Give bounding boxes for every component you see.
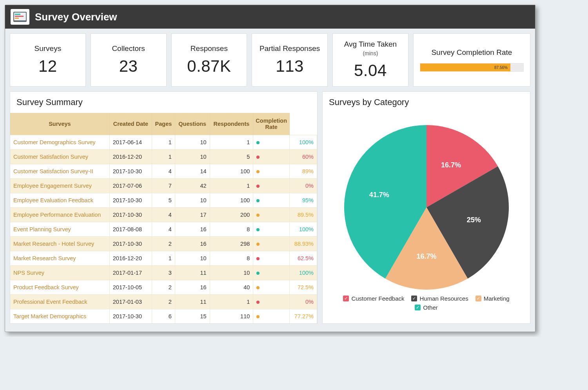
created-date: 2017-10-30 (109, 193, 152, 208)
kpi-surveys[interactable]: Surveys 12 (10, 33, 86, 87)
column-header[interactable]: Surveys (10, 113, 109, 135)
created-date: 2017-10-30 (109, 208, 152, 222)
survey-name: Customer Satisfaction Survey (10, 150, 109, 164)
completion-rate: 89% (290, 164, 317, 179)
legend-item[interactable]: ✓Customer Feedback (343, 295, 404, 302)
kpi-label: Collectors (94, 44, 163, 53)
rate-indicator (253, 193, 290, 208)
questions: 10 (175, 150, 210, 164)
column-header[interactable]: Pages (152, 113, 175, 135)
legend-item[interactable]: ✓Marketing (475, 295, 510, 302)
created-date: 2017-01-03 (109, 295, 152, 309)
respondents: 200 (210, 208, 253, 222)
kpi-label: Partial Responses (255, 44, 324, 53)
survey-summary-table: SurveysCreated DatePagesQuestionsRespond… (10, 113, 317, 323)
kpi-partial-responses[interactable]: Partial Responses 113 (252, 33, 328, 87)
completion-rate: 77.27% (290, 309, 317, 324)
kpi-label: Surveys (13, 44, 82, 53)
created-date: 2017-01-17 (109, 266, 152, 280)
questions: 42 (175, 179, 210, 193)
respondents: 40 (210, 280, 253, 295)
category-pie-chart[interactable]: 16.7%25%16.7%41.7% (340, 121, 513, 294)
kpi-responses[interactable]: Responses 0.87K (171, 33, 247, 87)
survey-name: Market Research Survey (10, 251, 109, 266)
rate-indicator (253, 309, 290, 324)
pie-legend: ✓Customer Feedback✓Human Resources✓Marke… (327, 294, 526, 313)
table-row[interactable]: Professional Event Feedback2017-01-03211… (10, 295, 317, 309)
kpi-completion-rate[interactable]: Survey Completion Rate 87.56% (413, 33, 530, 87)
rate-indicator (253, 150, 290, 164)
progress-bar: 87.56% (417, 61, 527, 72)
table-row[interactable]: Market Research - Hotel Survey2017-10-30… (10, 237, 317, 251)
pages: 4 (152, 164, 175, 179)
surveys-by-category-panel: Surveys by Category 16.7%25%16.7%41.7% ✓… (322, 91, 530, 324)
questions: 16 (175, 280, 210, 295)
table-row[interactable]: Target Market Demographics2017-10-306151… (10, 309, 317, 324)
column-header[interactable]: Respondents (210, 113, 253, 135)
completion-rate: 0% (290, 179, 317, 193)
kpi-avg-time[interactable]: Avg Time Taken (mins) 5.04 (332, 33, 408, 87)
completion-rate: 62.5% (290, 251, 317, 266)
table-row[interactable]: Product Feedback Survey2017-10-052164072… (10, 280, 317, 295)
kpi-collectors[interactable]: Collectors 23 (91, 33, 167, 87)
pages: 6 (152, 309, 175, 324)
kpi-label: Avg Time Taken (mins) (336, 40, 405, 57)
rate-indicator (253, 266, 290, 280)
table-row[interactable]: Employee Engagement Survey2017-07-067421… (10, 179, 317, 193)
survey-name: NPS Survey (10, 266, 109, 280)
completion-rate: 89.5% (290, 208, 317, 222)
created-date: 2017-10-30 (109, 237, 152, 251)
table-row[interactable]: Employee Performance Evaluation2017-10-3… (10, 208, 317, 222)
questions: 15 (175, 309, 210, 324)
table-row[interactable]: Customer Satisfaction Survey2016-12-2011… (10, 150, 317, 164)
column-header[interactable]: Questions (175, 113, 210, 135)
slice-label: 41.7% (369, 190, 389, 198)
respondents: 100 (210, 193, 253, 208)
legend-label: Human Resources (419, 295, 468, 302)
panel-title: Surveys by Category (323, 92, 530, 113)
rate-indicator (253, 251, 290, 266)
pages: 1 (152, 135, 175, 150)
kpi-label: Responses (175, 44, 244, 53)
column-header[interactable]: Completion Rate (253, 113, 290, 135)
table-row[interactable]: Employee Evaluation Feedback2017-10-3051… (10, 193, 317, 208)
completion-rate: 100% (290, 266, 317, 280)
questions: 10 (175, 251, 210, 266)
rate-indicator (253, 280, 290, 295)
legend-swatch: ✓ (411, 296, 417, 301)
completion-pct: 87.56% (494, 65, 508, 70)
completion-rate: 95% (290, 193, 317, 208)
legend-swatch: ✓ (415, 305, 421, 310)
panel-row: Survey Summary SurveysCreated DatePagesQ… (5, 87, 535, 328)
kpi-value: 23 (94, 57, 163, 76)
table-row[interactable]: Customer Demographics Survey2017-06-1411… (10, 135, 317, 150)
pages: 2 (152, 295, 175, 309)
completion-rate: 0% (290, 295, 317, 309)
legend-item[interactable]: ✓Human Resources (411, 295, 468, 302)
rate-indicator (253, 135, 290, 150)
svg-rect-2 (15, 14, 20, 15)
legend-swatch: ✓ (475, 296, 481, 301)
respondents: 8 (210, 222, 253, 237)
respondents: 1 (210, 135, 253, 150)
table-row[interactable]: NPS Survey2017-01-1731110100% (10, 266, 317, 280)
questions: 14 (175, 164, 210, 179)
survey-name: Employee Evaluation Feedback (10, 193, 109, 208)
table-row[interactable]: Customer Satisfaction Survey-II2017-10-3… (10, 164, 317, 179)
respondents: 10 (210, 266, 253, 280)
created-date: 2017-10-30 (109, 309, 152, 324)
created-date: 2017-07-06 (109, 179, 152, 193)
questions: 17 (175, 208, 210, 222)
survey-name: Employee Engagement Survey (10, 179, 109, 193)
respondents: 1 (210, 295, 253, 309)
pages: 4 (152, 208, 175, 222)
created-date: 2016-12-20 (109, 251, 152, 266)
slice-label: 16.7% (416, 252, 436, 260)
table-row[interactable]: Event Planning Survey2017-08-084168100% (10, 222, 317, 237)
column-header[interactable]: Created Date (109, 113, 152, 135)
questions: 11 (175, 295, 210, 309)
rate-indicator (253, 295, 290, 309)
table-row[interactable]: Market Research Survey2016-12-20110862.5… (10, 251, 317, 266)
legend-label: Customer Feedback (351, 295, 404, 302)
legend-item[interactable]: ✓Other (415, 304, 438, 311)
